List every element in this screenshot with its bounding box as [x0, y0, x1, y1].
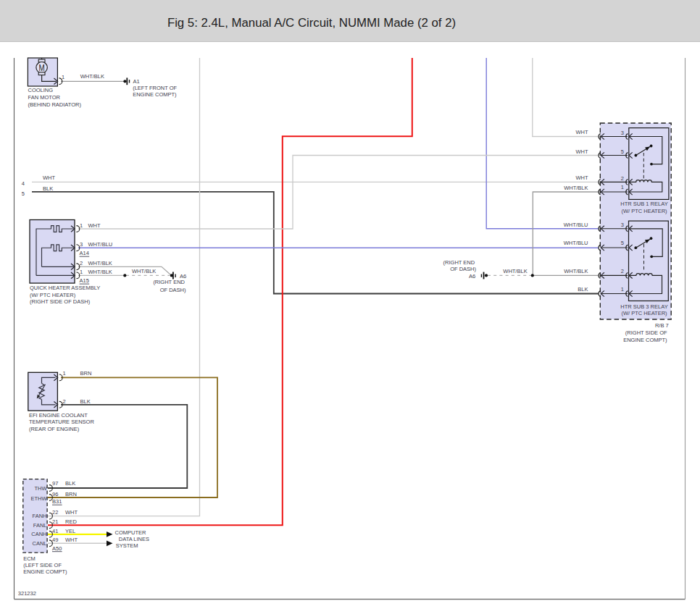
svg-text:ENGINE COMPT): ENGINE COMPT) — [133, 91, 177, 98]
svg-text:5: 5 — [621, 240, 624, 246]
svg-text:ENGINE COMPT): ENGINE COMPT) — [623, 337, 667, 343]
svg-text:3: 3 — [621, 222, 624, 228]
svg-text:WHT/BLU: WHT/BLU — [564, 222, 588, 228]
svg-text:1: 1 — [62, 370, 65, 377]
svg-text:BLK: BLK — [80, 398, 91, 405]
svg-text:ENGINE COMPT): ENGINE COMPT) — [23, 568, 67, 575]
svg-text:321232: 321232 — [18, 590, 36, 597]
svg-text:COOLING: COOLING — [28, 87, 54, 93]
svg-text:WHT/BLK: WHT/BLK — [564, 185, 588, 191]
svg-text:22: 22 — [52, 509, 58, 516]
svg-text:WHT: WHT — [88, 222, 101, 229]
svg-text:3: 3 — [80, 241, 83, 248]
svg-text:A14: A14 — [80, 250, 89, 256]
svg-text:WHT/BLU: WHT/BLU — [88, 241, 113, 248]
svg-text:WHT/BLK: WHT/BLK — [564, 268, 588, 274]
svg-text:5: 5 — [621, 148, 624, 155]
svg-text:1: 1 — [80, 222, 83, 229]
svg-text:OF DASH): OF DASH) — [450, 266, 476, 272]
svg-text:41: 41 — [52, 528, 58, 534]
svg-text:BLK: BLK — [43, 185, 53, 192]
svg-text:QUICK HEATER ASSEMBLY: QUICK HEATER ASSEMBLY — [30, 285, 100, 291]
svg-text:(BEHIND RADIATOR): (BEHIND RADIATOR) — [28, 101, 82, 108]
svg-text:BLK: BLK — [578, 286, 588, 293]
svg-text:(W/ PTC HEATER): (W/ PTC HEATER) — [621, 208, 667, 214]
svg-text:WHT: WHT — [575, 148, 588, 155]
svg-text:ETHW: ETHW — [30, 495, 47, 502]
svg-text:2: 2 — [80, 260, 83, 266]
svg-text:5: 5 — [22, 190, 25, 197]
svg-text:CANH: CANH — [31, 531, 46, 537]
svg-text:SYSTEM: SYSTEM — [116, 542, 138, 549]
svg-text:YEL: YEL — [65, 528, 75, 534]
svg-text:A50: A50 — [52, 545, 62, 552]
svg-text:FANH: FANH — [32, 513, 46, 519]
svg-text:1: 1 — [621, 286, 624, 293]
svg-text:TEMPERATURE SENSOR: TEMPERATURE SENSOR — [29, 419, 94, 425]
svg-text:WHT/BLU: WHT/BLU — [564, 240, 588, 246]
svg-text:COMPUTER: COMPUTER — [115, 529, 147, 536]
svg-text:R/B 7: R/B 7 — [655, 322, 669, 329]
svg-text:1: 1 — [621, 184, 624, 190]
svg-text:Fig 5: 2.4L, Manual A/C Circui: Fig 5: 2.4L, Manual A/C Circuit, NUMMI M… — [167, 16, 456, 30]
svg-text:(W/ PTC HEATER): (W/ PTC HEATER) — [621, 310, 667, 316]
svg-text:2: 2 — [621, 175, 624, 182]
svg-text:(W/ PTC HEATER): (W/ PTC HEATER) — [30, 292, 76, 298]
svg-text:RED: RED — [65, 518, 77, 525]
svg-text:21: 21 — [52, 518, 58, 525]
svg-text:WHT/BLK: WHT/BLK — [88, 269, 112, 275]
svg-text:(RIGHT SIDE OF DASH): (RIGHT SIDE OF DASH) — [30, 298, 91, 305]
svg-text:THW: THW — [34, 485, 47, 492]
svg-text:96: 96 — [52, 491, 58, 497]
svg-text:WHT: WHT — [43, 175, 55, 181]
svg-text:1: 1 — [80, 269, 83, 275]
svg-text:WHT/BLK: WHT/BLK — [132, 268, 156, 274]
svg-text:WHT: WHT — [575, 129, 588, 135]
svg-text:49: 49 — [52, 537, 58, 543]
svg-text:WHT/BLK: WHT/BLK — [503, 268, 527, 274]
svg-text:97: 97 — [52, 480, 58, 487]
svg-text:(RIGHT END: (RIGHT END — [153, 279, 185, 285]
svg-text:BLK: BLK — [65, 480, 75, 487]
svg-text:4: 4 — [22, 180, 25, 187]
svg-text:OF DASH): OF DASH) — [160, 287, 186, 293]
svg-text:(RIGHT SIDE OF: (RIGHT SIDE OF — [625, 329, 667, 336]
svg-text:3: 3 — [621, 130, 624, 136]
svg-text:BRN: BRN — [80, 370, 92, 377]
svg-text:DATA LINES: DATA LINES — [119, 536, 149, 542]
svg-text:WHT/BLK: WHT/BLK — [80, 73, 104, 80]
svg-text:WHT: WHT — [65, 537, 78, 543]
svg-text:CANL: CANL — [32, 540, 46, 547]
svg-text:A15: A15 — [80, 277, 89, 284]
svg-text:1: 1 — [62, 74, 64, 80]
svg-text:BRN: BRN — [65, 491, 77, 497]
svg-text:(RIGHT END: (RIGHT END — [443, 259, 475, 266]
svg-text:A6: A6 — [469, 273, 475, 280]
svg-text:A1: A1 — [133, 78, 140, 85]
svg-text:2: 2 — [63, 398, 66, 405]
svg-text:HTR SUB 1 RELAY: HTR SUB 1 RELAY — [620, 201, 667, 207]
svg-text:(LEFT SIDE OF: (LEFT SIDE OF — [23, 562, 62, 568]
svg-text:B31: B31 — [52, 498, 62, 505]
svg-text:HTR SUB 3 RELAY: HTR SUB 3 RELAY — [620, 303, 667, 310]
svg-text:WHT/BLK: WHT/BLK — [88, 260, 112, 266]
svg-text:(REAR OF ENGINE): (REAR OF ENGINE) — [29, 426, 80, 432]
svg-text:2: 2 — [621, 268, 624, 274]
svg-text:FANL: FANL — [33, 522, 47, 529]
svg-text:M: M — [39, 63, 45, 73]
svg-text:WHT: WHT — [575, 175, 588, 181]
svg-text:FAN MOTOR: FAN MOTOR — [28, 94, 61, 101]
svg-text:WHT: WHT — [65, 509, 78, 516]
